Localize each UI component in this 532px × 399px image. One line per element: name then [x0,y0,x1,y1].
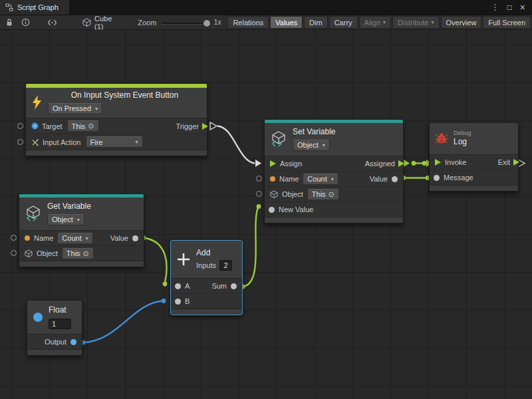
values-button[interactable]: Values [270,16,303,29]
full-screen-button[interactable]: Full Screen [483,16,531,29]
toolbar-toggle-group: Relations Values Dim Carry Align Distrib… [226,16,439,29]
message-in-port[interactable] [434,175,440,181]
node-category-label: Debug [454,130,513,136]
node-footer [27,349,82,355]
value-out-port[interactable] [392,176,398,182]
lock-icon[interactable] [5,18,13,27]
maximize-icon[interactable]: □ [507,0,512,15]
wire-float-to-b [83,301,163,343]
object-port[interactable] [11,250,17,256]
exit-out-port[interactable] [513,159,519,166]
node-title: Float [49,305,76,315]
zoom-slider[interactable] [162,17,211,29]
object-value-chip[interactable]: This [62,248,94,259]
a-in-port[interactable] [175,283,181,289]
input-action-row: Input Action Fire [26,134,207,150]
output-row: Output [27,334,82,349]
output-label: Output [45,338,66,346]
target-value-chip[interactable]: This [67,120,99,132]
node-float[interactable]: Float 1 Output [27,300,82,356]
assigned-out-port[interactable] [398,160,404,167]
input-action-dropdown[interactable]: Fire [86,136,143,148]
node-get-variable[interactable]: Get Variable Object Name Count Value [19,194,144,267]
player-input-icon [31,122,39,130]
zoom-label: Zoom [138,19,156,27]
fit-to-window-icon[interactable] [47,19,57,27]
message-label: Message [444,174,473,182]
name-port[interactable] [11,235,17,241]
node-title: Log [454,137,513,146]
inputs-label: Inputs [196,261,216,269]
align-dropdown-button[interactable]: Align [359,16,391,29]
name-row: Name Count Value [265,172,403,187]
cube-icon [82,18,91,27]
node-set-variable[interactable]: Set Variable Object Assign Assigned Name… [264,119,404,223]
inputs-count-field[interactable]: 2 [219,260,232,271]
window-controls: ⋮ □ × [491,0,532,15]
overview-button[interactable]: Overview [441,16,482,29]
float-value-field[interactable]: 1 [49,319,71,329]
assign-in-port[interactable] [270,160,276,167]
lightning-icon [31,95,43,110]
invoke-row: Invoke Exit [430,155,518,170]
name-dropdown[interactable]: Count [303,174,338,185]
node-header: Float 1 [27,301,82,334]
a-label: A [185,282,190,290]
carry-button[interactable]: Carry [329,16,358,29]
context-selector[interactable]: Cube (1) [82,15,115,31]
tab-script-graph[interactable]: Script Graph [0,0,69,15]
assign-in-arrow [255,160,261,167]
new-value-in-port[interactable] [269,207,275,213]
trigger-out-port[interactable] [202,123,208,130]
node-title: Add [196,248,237,257]
message-row: Message [430,170,518,185]
graph-canvas[interactable]: On Input System Event Button On Pressed … [0,30,532,399]
object-port[interactable] [256,191,262,197]
a-row: A Sum [171,279,242,294]
target-port[interactable] [17,123,23,129]
node-on-input-system-event[interactable]: On Input System Event Button On Pressed … [25,83,207,156]
event-mode-dropdown[interactable]: On Pressed [48,103,102,114]
value-out-port[interactable] [132,235,138,241]
relations-button[interactable]: Relations [227,16,269,29]
info-icon[interactable] [21,18,30,27]
close-icon[interactable]: × [520,0,525,15]
b-in-port[interactable] [175,299,181,305]
new-value-row: New Value [265,202,403,217]
input-action-port[interactable] [17,139,23,145]
variable-cube-icon [25,205,42,222]
variable-scope-dropdown[interactable]: Object [293,140,330,151]
b-row: B [171,294,242,309]
node-add[interactable]: Add Inputs 2 A Sum B [170,240,243,315]
float-circle-icon [33,312,43,323]
object-row: Object This [265,187,403,202]
b-label: B [185,297,190,305]
variable-scope-dropdown[interactable]: Object [47,214,84,225]
object-label: Object [282,190,303,198]
distribute-dropdown-button[interactable]: Distribute [392,16,439,29]
invoke-label: Invoke [445,158,466,166]
node-header: Set Variable Object [265,123,403,156]
node-footer [265,217,403,223]
name-row: Name Count Value [19,231,144,246]
assigned-out-arrow [404,160,410,167]
wire-trigger-to-assign [217,126,255,164]
name-type-dot [270,176,275,182]
node-footer [430,185,518,191]
trigger-out-arrow [210,122,217,130]
assign-row: Assign Assigned [265,156,403,172]
dim-button[interactable]: Dim [304,16,328,29]
name-port[interactable] [256,176,262,182]
menu-icon[interactable]: ⋮ [491,0,499,15]
graph-toolbar: Cube (1) Zoom 1x Relations Values Dim Ca… [0,15,532,30]
name-dropdown[interactable]: Count [57,233,92,244]
object-value-chip[interactable]: This [307,189,339,200]
sum-out-port[interactable] [231,283,237,289]
toolbar-right-group: Overview Full Screen [440,16,531,29]
exit-label: Exit [498,158,510,166]
node-debug-log[interactable]: Debug Log Invoke Exit Message [429,122,519,192]
zoom-slider-knob[interactable] [203,19,211,27]
invoke-in-port[interactable] [435,159,441,166]
zoom-value: 1x [214,19,221,26]
output-port[interactable] [70,339,76,345]
